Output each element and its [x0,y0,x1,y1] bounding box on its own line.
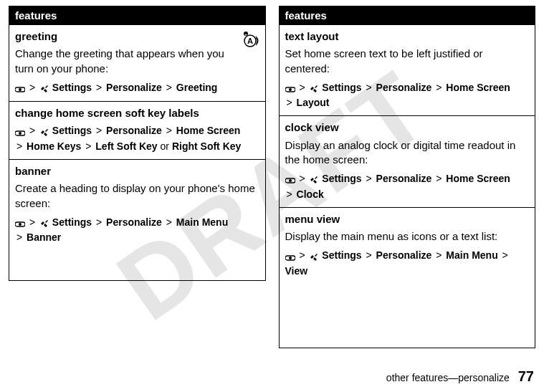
nav-path: > Settings > Personalize > Home Screen >… [285,171,530,201]
path-settings: Settings [52,82,92,93]
left-header: features [9,6,265,24]
path-leftsoft: Left Soft Key [95,140,157,152]
cell-greeting: + A greeting Change the greeting that ap… [9,24,265,101]
cell-menuview: menu view Display the main menu as icons… [280,207,535,284]
nav-path: > Settings > Personalize > Home Screen >… [15,123,259,153]
cell-body: Create a heading to display on your phon… [15,181,259,211]
sep: > [28,82,37,93]
sep: > [165,82,173,93]
network-a-icon: + A [241,31,259,52]
path-layout: Layout [297,97,330,108]
svg-point-11 [289,88,292,91]
nav-path: > Settings > Personalize > Main Menu > V… [285,248,530,278]
cell-banner: banner Create a heading to display on yo… [9,159,265,250]
path-personalize: Personalize [376,173,432,184]
right-header: features [280,6,535,24]
tools-icon [39,125,49,139]
cell-title: menu view [285,212,530,226]
path-homekeys: Home Keys [27,140,81,152]
path-personalize: Personalize [106,216,162,228]
sep: > [285,97,294,108]
svg-point-9 [19,223,22,226]
path-homescreen: Home Screen [446,173,510,184]
sep: > [297,249,306,261]
sep: > [501,249,510,261]
path-mainmenu: Main Menu [176,216,228,228]
page-footer: other features—personalize 77 [386,368,534,385]
svg-text:A: A [247,37,253,45]
cell-title: clock view [285,120,530,135]
path-mainmenu: Main Menu [446,249,497,261]
page-number: 77 [518,368,534,384]
sep: > [434,173,443,184]
path-or: or [161,140,169,152]
path-homescreen: Home Screen [176,125,240,136]
nav-path: > Settings > Personalize > Greeting [15,80,259,95]
svg-point-13 [289,179,292,182]
svg-point-5 [19,88,22,91]
cell-softkey: change home screen soft key labels > Set… [9,101,265,159]
left-column: features + A greeting Change the greetin… [9,6,266,281]
path-personalize: Personalize [106,125,162,136]
cell-body: Display an analog clock or digital time … [285,138,530,168]
tools-icon [309,81,319,95]
center-key-icon [15,81,25,95]
svg-point-7 [19,132,22,135]
center-key-icon [285,81,295,95]
nav-path: > Settings > Personalize > Main Menu > B… [15,215,259,245]
sep: > [364,173,373,184]
cell-clockview: clock view Display an analog clock or di… [280,115,535,206]
svg-point-15 [289,257,292,259]
cell-title: change home screen soft key labels [15,106,259,120]
path-greeting: Greeting [176,82,218,93]
path-banner: Banner [27,231,61,243]
sep: > [84,140,92,152]
right-column: features text layout Set home screen tex… [279,6,536,348]
sep: > [95,82,103,93]
sep: > [165,216,173,228]
path-personalize: Personalize [376,249,432,261]
path-rightsoft: Right Soft Key [172,140,241,152]
tools-icon [309,172,319,186]
path-personalize: Personalize [106,82,162,93]
tools-icon [39,81,49,95]
sep: > [297,82,306,93]
cell-textlayout: text layout Set home screen text to be l… [280,24,535,115]
path-homescreen: Home Screen [446,82,510,93]
path-settings: Settings [322,173,361,184]
sep: > [285,188,294,200]
path-settings: Settings [52,125,92,136]
sep: > [434,249,443,261]
cell-title: banner [15,164,259,178]
footer-text: other features—personalize [386,372,510,383]
sep: > [28,125,37,136]
cell-title: text layout [285,29,530,44]
center-key-icon [285,249,295,264]
sep: > [364,82,373,93]
sep: > [15,231,24,243]
cell-body: Set home screen text to be left justifie… [285,47,530,76]
center-key-icon [15,216,25,230]
center-key-icon [15,125,25,139]
center-key-icon [285,172,295,186]
cell-body: Display the main menu as icons or a text… [285,229,530,244]
page-columns: features + A greeting Change the greetin… [0,0,544,348]
sep: > [297,173,306,184]
cell-title: greeting [15,29,259,44]
cell-body: Change the greeting that appears when yo… [15,47,259,76]
sep: > [364,249,373,261]
sep: > [95,125,103,136]
path-settings: Settings [52,216,92,228]
sep: > [434,82,443,93]
sep: > [28,216,37,228]
nav-path: > Settings > Personalize > Home Screen >… [285,80,530,110]
tools-icon [309,249,319,264]
sep: > [95,216,103,228]
tools-icon [39,216,49,230]
path-clock: Clock [297,188,324,200]
sep: > [165,125,173,136]
path-view: View [285,265,308,277]
path-settings: Settings [322,249,361,261]
sep: > [15,140,24,152]
path-personalize: Personalize [376,82,432,93]
